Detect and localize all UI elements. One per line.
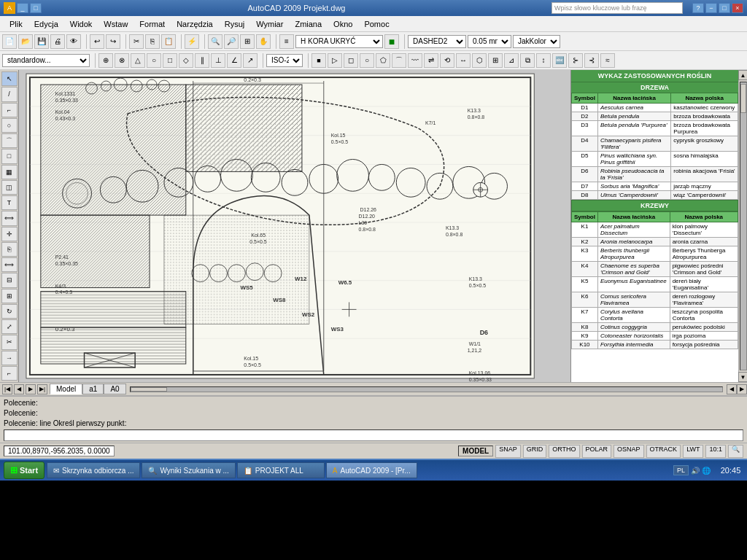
layer-select[interactable]: H KORA UKRYĆ: [295, 35, 383, 48]
nav-last-btn[interactable]: ▶|: [37, 384, 47, 394]
tool-snap1[interactable]: ⊕: [98, 53, 113, 68]
tb2-tool10[interactable]: ⬡: [472, 53, 487, 68]
trim-tool[interactable]: ✂: [1, 335, 18, 349]
win-minimize-inner[interactable]: _: [17, 3, 28, 13]
scale-tool[interactable]: ⤢: [1, 319, 18, 334]
task-skrzynka[interactable]: ✉ Skrzynka odbiorcza ...: [47, 462, 140, 478]
new-btn[interactable]: 📄: [2, 34, 17, 49]
scroll-thumb-right[interactable]: [740, 84, 746, 113]
zoom-in-btn[interactable]: 🔍: [208, 34, 222, 49]
lineweight-toggle[interactable]: LWT: [683, 445, 703, 458]
lang-indicator[interactable]: PL: [673, 465, 689, 475]
open-btn[interactable]: 📂: [18, 34, 33, 49]
plotstyle-select[interactable]: JakKolor: [513, 35, 560, 48]
scroll-track-right[interactable]: [740, 82, 747, 370]
tool-snap5[interactable]: □: [163, 53, 177, 68]
match-btn[interactable]: ⚡: [185, 34, 199, 49]
menu-plik[interactable]: Plik: [4, 18, 28, 30]
tb2-tool2[interactable]: ◻: [344, 53, 358, 68]
rotate-tool[interactable]: ↻: [1, 304, 18, 319]
otrack-toggle[interactable]: OTRACK: [646, 445, 681, 458]
minimize-btn[interactable]: −: [705, 3, 717, 13]
preview-btn[interactable]: 👁: [66, 34, 81, 49]
command-input[interactable]: [4, 429, 743, 441]
undo-btn[interactable]: ↩: [90, 34, 104, 49]
workspace-select[interactable]: standardow...: [2, 54, 90, 67]
offset-tool[interactable]: ⊟: [1, 273, 18, 287]
tool-snap9[interactable]: ∠: [227, 53, 241, 68]
lineweight-select[interactable]: 0.05 mm: [468, 35, 511, 48]
hscroll-thumb[interactable]: [131, 387, 167, 392]
tb2-tool14[interactable]: ↕: [536, 53, 551, 68]
cut-btn[interactable]: ✂: [129, 34, 144, 49]
hscroll-track[interactable]: [130, 386, 723, 392]
move-tool[interactable]: ✛: [1, 227, 18, 241]
nav-first-btn[interactable]: |◀: [2, 384, 12, 394]
start-button[interactable]: ⊞ Start: [4, 462, 44, 479]
tab-model[interactable]: Model: [50, 384, 82, 394]
grid-toggle[interactable]: GRID: [523, 445, 547, 458]
line-tool[interactable]: /: [1, 87, 18, 101]
tb2-tool3[interactable]: ○: [360, 53, 374, 68]
pan-btn[interactable]: ✋: [256, 34, 271, 49]
tool-snap7[interactable]: ∥: [195, 53, 209, 68]
tool-snap10[interactable]: ↗: [243, 53, 258, 68]
text-tool[interactable]: T: [1, 195, 18, 210]
rect-tool[interactable]: □: [1, 149, 18, 163]
paste-btn[interactable]: 📋: [161, 34, 176, 49]
tb2-tool17[interactable]: ⊰: [584, 53, 599, 68]
hscroll-left-btn[interactable]: ◀: [727, 384, 737, 394]
mirror-tool[interactable]: ⟺: [1, 257, 18, 272]
zoom-extent-btn[interactable]: ⊞: [240, 34, 255, 49]
circle-tool[interactable]: ○: [1, 118, 18, 133]
zoom-out-btn[interactable]: 🔎: [224, 34, 239, 49]
task-autocad[interactable]: A AutoCAD 2009 - [Pr...: [326, 462, 417, 478]
zoom-btn[interactable]: 🔍: [728, 445, 743, 458]
select-tool[interactable]: ↖: [1, 71, 18, 86]
maximize-btn[interactable]: □: [719, 3, 730, 13]
tab-a0[interactable]: A0: [104, 384, 125, 394]
tb2-tool1[interactable]: ▷: [328, 53, 342, 68]
tb2-tool11[interactable]: ⊞: [488, 53, 503, 68]
tb2-tool12[interactable]: ⊿: [504, 53, 519, 68]
menu-okno[interactable]: Okno: [328, 18, 358, 30]
extend-tool[interactable]: →: [1, 351, 18, 365]
tb2-tool16[interactable]: ⊱: [568, 53, 583, 68]
array-tool[interactable]: ⊞: [1, 289, 18, 303]
menu-pomoc[interactable]: Pomoc: [358, 18, 395, 30]
menu-edycja[interactable]: Edycja: [28, 18, 64, 30]
tab-a1[interactable]: a1: [82, 384, 104, 394]
tool-snap6[interactable]: ◇: [179, 53, 193, 68]
scroll-down-btn[interactable]: ▼: [738, 372, 748, 382]
tb2-tool13[interactable]: ⧉: [520, 53, 535, 68]
ortho-toggle[interactable]: ORTHO: [549, 445, 579, 458]
search-box[interactable]: Wpisz słowo kluczowe lub frazę: [551, 2, 683, 14]
snap-toggle[interactable]: SNAP: [495, 445, 521, 458]
redo-btn[interactable]: ↪: [106, 34, 120, 49]
nav-prev-btn[interactable]: ◀: [14, 384, 24, 394]
menu-wstaw[interactable]: Wstaw: [98, 18, 133, 30]
polyline-tool[interactable]: ⌐: [1, 103, 18, 117]
tb2-tool18[interactable]: ≈: [600, 53, 615, 68]
tb2-tool5[interactable]: ⌒: [392, 53, 406, 68]
menu-rysuj[interactable]: Rysuj: [219, 18, 251, 30]
dim-tool[interactable]: ⟺: [1, 211, 18, 225]
menu-wymiar[interactable]: Wymiar: [250, 18, 289, 30]
linetype-select[interactable]: DASHED2: [408, 35, 466, 48]
osnap-toggle[interactable]: OSNAP: [614, 445, 644, 458]
task-projekt[interactable]: 📋 PROJEKT ALL: [237, 462, 325, 478]
close-btn[interactable]: ×: [732, 3, 743, 13]
fillet-tool[interactable]: ⌐: [1, 366, 18, 381]
save-btn[interactable]: 💾: [34, 34, 49, 49]
layer-color-btn[interactable]: ■: [384, 34, 399, 49]
tool-snap3[interactable]: △: [131, 53, 145, 68]
menu-format[interactable]: Format: [133, 18, 171, 30]
menu-narzedzia[interactable]: Narzędzia: [171, 18, 219, 30]
color-btn[interactable]: ■: [311, 53, 326, 68]
tool-snap8[interactable]: ⊥: [211, 53, 225, 68]
tb2-tool4[interactable]: ⬠: [376, 53, 390, 68]
layer-btn[interactable]: ≡: [279, 34, 294, 49]
menu-zmiana[interactable]: Zmiana: [289, 18, 328, 30]
print-btn[interactable]: 🖨: [50, 34, 65, 49]
nav-next-btn[interactable]: ▶: [26, 384, 36, 394]
